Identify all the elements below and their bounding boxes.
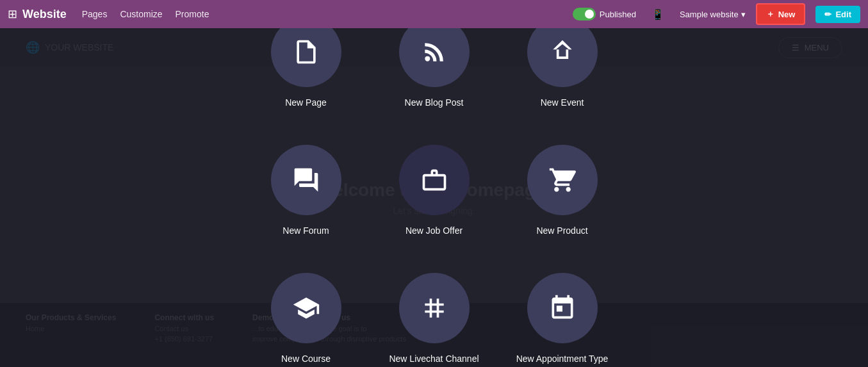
pencil-icon: ✏ bbox=[824, 10, 831, 19]
nav-pages[interactable]: Pages bbox=[82, 9, 108, 19]
cart-icon bbox=[548, 166, 577, 194]
option-new-job-offer[interactable]: New Job Offer bbox=[370, 126, 498, 254]
rss-icon bbox=[420, 38, 448, 66]
option-new-event[interactable]: New Event bbox=[498, 28, 626, 126]
edit-label: Edit bbox=[835, 10, 851, 19]
page-icon bbox=[292, 38, 320, 66]
published-label: Published bbox=[600, 10, 636, 19]
option-new-blog-post[interactable]: New Blog Post bbox=[370, 28, 498, 126]
option-label-page: New Page bbox=[285, 97, 327, 108]
hash-icon bbox=[420, 294, 448, 322]
option-label-product: New Product bbox=[536, 225, 587, 236]
calendar-icon bbox=[548, 294, 577, 322]
published-toggle[interactable] bbox=[573, 8, 596, 20]
option-label-event: New Event bbox=[541, 97, 584, 108]
website-selector[interactable]: Sample website ▾ bbox=[680, 10, 746, 19]
new-label: New bbox=[778, 10, 796, 19]
website-name: Sample website bbox=[680, 10, 739, 19]
job-icon bbox=[420, 166, 448, 194]
option-circle-appointment bbox=[527, 273, 598, 343]
top-navigation: ⊞ Website Pages Customize Promote Publis… bbox=[0, 0, 868, 28]
option-circle-page bbox=[271, 28, 341, 87]
option-circle-course bbox=[271, 273, 341, 343]
option-new-forum[interactable]: New Forum bbox=[242, 126, 370, 254]
option-new-page[interactable]: New Page bbox=[242, 28, 370, 126]
course-icon bbox=[292, 294, 320, 322]
chevron-down-icon: ▾ bbox=[741, 10, 746, 19]
option-new-course[interactable]: New Course bbox=[242, 254, 370, 368]
nav-customize[interactable]: Customize bbox=[120, 9, 162, 19]
option-label-blog: New Blog Post bbox=[405, 97, 464, 108]
nav-links: Pages Customize Promote bbox=[82, 9, 209, 19]
option-label-livechat: New Livechat Channel bbox=[389, 354, 479, 364]
edit-button[interactable]: ✏ Edit bbox=[815, 6, 860, 23]
option-new-livechat[interactable]: New Livechat Channel bbox=[370, 254, 498, 368]
option-circle-blog bbox=[399, 28, 470, 87]
app-title: Website bbox=[22, 8, 67, 21]
main-content: 🌐 YOUR WEBSITE ☰ MENU Welcome to the Hom… bbox=[0, 28, 868, 367]
forum-icon bbox=[292, 166, 320, 194]
option-circle-job bbox=[399, 145, 470, 215]
option-label-job: New Job Offer bbox=[405, 225, 463, 236]
option-circle-forum bbox=[271, 145, 341, 215]
option-label-appointment: New Appointment Type bbox=[516, 354, 609, 364]
device-icon[interactable]: 📱 bbox=[646, 8, 669, 20]
option-new-product[interactable]: New Product bbox=[498, 126, 626, 254]
nav-promote[interactable]: Promote bbox=[176, 9, 209, 19]
option-circle-event bbox=[527, 28, 598, 87]
grid-icon[interactable]: ⊞ bbox=[8, 7, 17, 21]
option-new-appointment[interactable]: New Appointment Type bbox=[498, 254, 626, 368]
published-badge: Published bbox=[573, 8, 636, 20]
new-button[interactable]: ＋ New bbox=[756, 3, 806, 25]
event-icon bbox=[548, 38, 577, 66]
nav-logo-area: ⊞ Website bbox=[8, 7, 67, 21]
option-circle-livechat bbox=[399, 273, 470, 343]
plus-icon: ＋ bbox=[766, 8, 774, 20]
option-circle-product bbox=[527, 145, 598, 215]
options-grid: New Page New Blog Post New Event bbox=[242, 28, 626, 367]
option-label-forum: New Forum bbox=[283, 225, 329, 236]
option-label-course: New Course bbox=[281, 354, 331, 364]
